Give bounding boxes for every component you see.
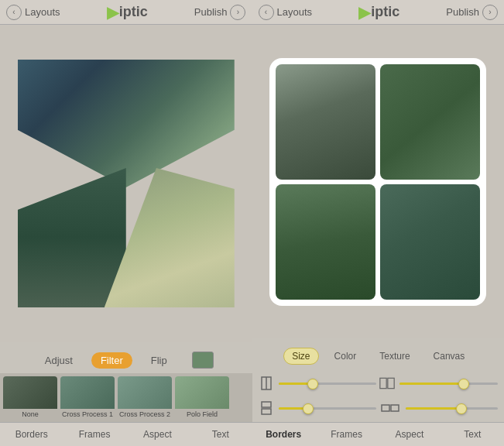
slider-thumb-3[interactable]: [303, 403, 314, 414]
right-nav-text[interactable]: Text: [441, 423, 504, 446]
left-nav-frames[interactable]: Frames: [63, 423, 125, 446]
filter-thumb-polo[interactable]: Polo Field: [175, 376, 229, 419]
right-publish-arrow-icon: ›: [482, 5, 498, 20]
collage-cell-4: [380, 184, 480, 300]
left-bottom-nav: Borders Frames Aspect Text: [0, 422, 252, 446]
right-header: ‹ Layouts ▶ iptic Publish ›: [252, 0, 505, 25]
size-tab[interactable]: Size: [283, 348, 318, 365]
slider-row-2: [379, 372, 498, 394]
left-publish-button[interactable]: Publish ›: [194, 5, 246, 20]
right-panel: ‹ Layouts ▶ iptic Publish › Size Color T…: [252, 0, 505, 446]
right-logo-text: iptic: [371, 4, 399, 20]
slider-thumb-2[interactable]: [458, 379, 469, 389]
collage-top-section: [18, 60, 235, 187]
sliders-area: [252, 369, 505, 422]
right-toolbar: Size Color Texture Canvas: [252, 338, 505, 422]
left-collage: [18, 60, 235, 307]
slider-fill-4: [406, 407, 461, 410]
filter-thumb-polo-label: Polo Field: [175, 409, 229, 419]
left-back-label: Layouts: [25, 6, 60, 18]
right-back-arrow-icon: ‹: [259, 5, 274, 20]
adjust-button[interactable]: Adjust: [39, 352, 79, 369]
collage-cell-2: [380, 64, 480, 180]
filter-thumb-cross1-label: Cross Process 1: [60, 409, 115, 419]
right-bottom-nav: Borders Frames Aspect Text: [252, 422, 505, 446]
left-canvas: [0, 25, 252, 342]
double-border-icon: [379, 372, 395, 394]
left-publish-label: Publish: [194, 6, 228, 18]
slider-row-3: [259, 397, 377, 419]
left-back-arrow-icon: ‹: [6, 5, 22, 20]
left-back-button[interactable]: ‹ Layouts: [6, 5, 60, 20]
side-by-side-icon: [379, 397, 401, 419]
filter-thumb-none[interactable]: None: [3, 376, 57, 419]
thumbnail-strip: None Cross Process 1 Cross Process 2 Pol…: [0, 373, 252, 422]
svg-rect-7: [391, 405, 399, 411]
slider-track-1[interactable]: [279, 383, 377, 385]
filter-thumb-cross2[interactable]: Cross Process 2: [118, 376, 172, 419]
leaf-icon: ▶: [107, 3, 118, 22]
svg-rect-2: [380, 378, 386, 388]
right-nav-aspect[interactable]: Aspect: [378, 423, 441, 446]
slider-row-1: [259, 372, 377, 394]
right-back-label: Layouts: [277, 6, 313, 18]
left-nav-borders[interactable]: Borders: [0, 423, 63, 446]
left-publish-arrow-icon: ›: [230, 5, 245, 20]
filter-thumb-cross2-label: Cross Process 2: [118, 409, 172, 419]
filter-button[interactable]: Filter: [91, 352, 132, 369]
right-back-button[interactable]: ‹ Layouts: [259, 5, 313, 20]
left-nav-text[interactable]: Text: [189, 423, 252, 446]
collage-cell-1: [276, 64, 375, 180]
svg-rect-5: [262, 409, 271, 414]
right-toolbar-tabs: Size Color Texture Canvas: [252, 343, 505, 369]
filter-thumb-none-label: None: [3, 409, 57, 419]
color-tab[interactable]: Color: [327, 348, 365, 364]
right-leaf-icon: ▶: [358, 3, 370, 22]
slider-thumb-4[interactable]: [456, 403, 467, 414]
slider-row-4: [379, 397, 498, 419]
left-toolbar-row1: Adjust Filter Flip: [0, 347, 252, 373]
canvas-tab[interactable]: Canvas: [426, 348, 473, 364]
texture-tab[interactable]: Texture: [372, 348, 417, 364]
filter-thumb-cross1[interactable]: Cross Process 1: [60, 376, 115, 419]
slider-track-4[interactable]: [406, 407, 498, 410]
left-nav-aspect[interactable]: Aspect: [126, 423, 189, 446]
right-canvas: [252, 25, 505, 338]
left-header: ‹ Layouts ▶ iptic Publish ›: [0, 0, 252, 25]
slider-fill-2: [399, 383, 463, 385]
right-logo: ▶ iptic: [358, 3, 399, 22]
svg-rect-4: [262, 402, 271, 407]
flip-button[interactable]: Flip: [145, 352, 173, 369]
collage-bottom-left: [18, 168, 126, 307]
left-toolbar: Adjust Filter Flip None Cross Process 1 …: [0, 342, 252, 422]
s-shape-icon: [259, 397, 274, 419]
left-panel: ‹ Layouts ▶ iptic Publish ›: [0, 0, 252, 446]
single-border-icon: [259, 372, 274, 394]
collage-preview-icon[interactable]: [192, 352, 214, 369]
collage-cell-3: [276, 184, 375, 300]
right-nav-frames[interactable]: Frames: [315, 423, 378, 446]
slider-track-2[interactable]: [399, 383, 498, 385]
right-nav-borders[interactable]: Borders: [252, 423, 315, 446]
slider-track-3[interactable]: [279, 407, 377, 410]
right-publish-button[interactable]: Publish ›: [446, 5, 498, 20]
slider-thumb-1[interactable]: [307, 379, 318, 389]
left-logo: ▶ iptic: [107, 3, 148, 22]
svg-rect-3: [388, 378, 394, 388]
left-logo-text: iptic: [119, 4, 148, 20]
right-collage: [269, 58, 486, 306]
right-publish-label: Publish: [446, 6, 479, 18]
svg-rect-6: [382, 405, 389, 411]
